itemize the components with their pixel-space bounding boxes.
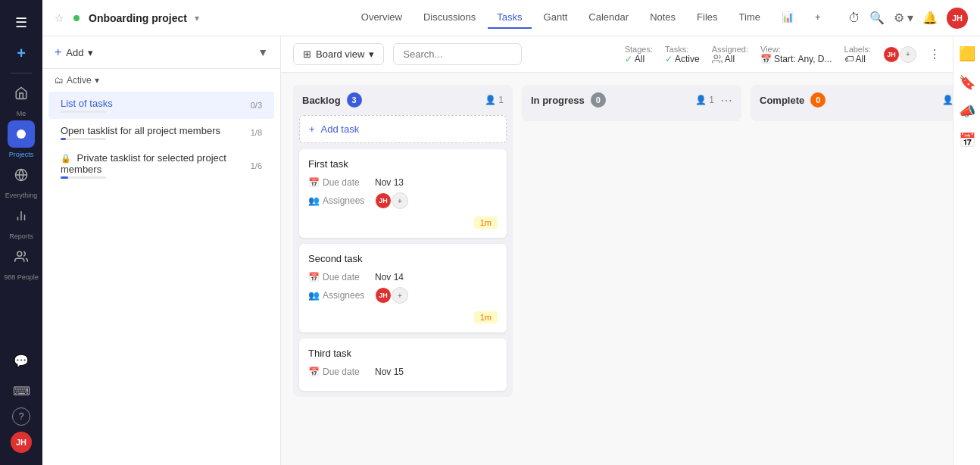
icon-sidebar: ☰ + Me Projects Everything Reports 988 P… (0, 0, 42, 465)
project-chevron-icon[interactable]: ▾ (195, 13, 199, 23)
tasks-value: ✓ Active (665, 54, 700, 64)
add-assignee-icon[interactable]: + (392, 287, 408, 304)
nav-add-icon[interactable]: + (806, 7, 830, 29)
assignees-icon: 👥 (308, 195, 320, 206)
task-card[interactable]: Second task 📅 Due date Nov 14 👥 (299, 244, 507, 332)
megaphone-icon[interactable]: 📣 (959, 103, 975, 120)
column-people-icon: 👤 1 (485, 95, 504, 105)
filter-view[interactable]: View: 📅 Start: Any, D... (760, 45, 832, 64)
add-global-icon[interactable]: + (8, 39, 35, 67)
sidebar-divider (11, 73, 32, 73)
nav-discussions[interactable]: Discussions (414, 7, 485, 29)
nav-gantt[interactable]: Gantt (535, 7, 577, 29)
column-in-progress-badge: 0 (591, 92, 606, 108)
star-icon[interactable]: ☆ (55, 12, 64, 24)
people-label: 988 People (4, 273, 39, 281)
nav-time[interactable]: Time (730, 7, 769, 29)
home-icon[interactable] (8, 80, 35, 107)
reports-icon[interactable] (8, 202, 35, 229)
column-complete-body (751, 115, 953, 121)
user-avatar[interactable]: JH (8, 429, 35, 456)
column-backlog-badge: 3 (347, 92, 362, 108)
add-task-label: Add task (321, 123, 360, 135)
column-complete-badge: 0 (810, 92, 826, 108)
home-label: Me (17, 110, 27, 117)
column-in-progress: In progress 0 👤 1 ⋯ (522, 85, 741, 121)
clock-icon[interactable]: ⏱ (848, 11, 860, 25)
menu-icon[interactable]: ☰ (8, 9, 35, 36)
board-view-chevron: ▾ (369, 48, 374, 60)
add-assignee-icon[interactable]: + (392, 192, 408, 209)
task-card[interactable]: Third task 📅 Due date Nov 15 (299, 339, 507, 391)
add-button[interactable]: + Add ▾ (55, 45, 93, 59)
settings-icon[interactable]: ⚙ ▾ (894, 11, 913, 25)
tasklist-item[interactable]: List of tasks 0/3 (48, 92, 274, 119)
active-section[interactable]: 🗂 Active ▾ (42, 69, 280, 92)
board-columns: Backlog 3 👤 1 + Add task First task (281, 73, 953, 465)
bell-icon[interactable]: 🔔 (922, 11, 938, 25)
assignee-more-icon[interactable]: + (900, 46, 916, 63)
due-date-label: 📅 Due date (308, 367, 369, 377)
board-toolbar: ⊞ Board view ▾ Stages: ✓ All Tasks: (281, 36, 953, 73)
add-task-button[interactable]: + Add task (299, 115, 507, 143)
svg-point-7 (714, 55, 718, 58)
add-label: Add (66, 47, 83, 58)
yellow-note-icon[interactable]: 🟨 (959, 45, 975, 62)
column-backlog-title: Backlog (302, 95, 341, 106)
user-avatar-top[interactable]: JH (947, 8, 968, 29)
project-name[interactable]: Onboarding project (89, 12, 187, 24)
people-icon[interactable] (8, 243, 35, 270)
tasklist-count: 1/6 (251, 161, 262, 170)
stages-label: Stages: (625, 45, 653, 54)
filter-icon[interactable]: ▼ (257, 46, 268, 58)
assigned-value: All (712, 54, 748, 64)
column-header-right: 👤 1 (485, 95, 504, 105)
board-view-button[interactable]: ⊞ Board view ▾ (293, 43, 384, 65)
due-date-value: Nov 14 (375, 272, 404, 282)
column-complete: Complete 0 👤 1 (751, 85, 953, 121)
projects-icon[interactable] (8, 120, 35, 148)
blue-bookmark-icon[interactable]: 🔖 (959, 74, 975, 91)
column-complete-header: Complete 0 👤 1 (751, 85, 953, 115)
column-more-icon[interactable]: ⋯ (720, 93, 732, 108)
task-title: First task (308, 158, 498, 170)
chat-icon[interactable]: 💬 (8, 347, 35, 374)
help-icon[interactable]: ? (12, 407, 30, 426)
people-filter-icon (712, 54, 723, 64)
filter-stages[interactable]: Stages: ✓ All (625, 45, 653, 64)
everything-icon[interactable] (8, 161, 35, 189)
view-value: 📅 Start: Any, D... (760, 54, 832, 64)
assignee-avatar: JH (883, 46, 900, 63)
nav-files[interactable]: Files (688, 7, 726, 29)
assigned-label: Assigned: (712, 45, 748, 54)
tasklist-item[interactable]: 🔒 Private tasklist for selected project … (48, 146, 274, 185)
column-backlog-header: Backlog 3 👤 1 (293, 85, 513, 115)
search-input[interactable] (393, 43, 522, 65)
tasklist-count: 0/3 (251, 101, 262, 110)
nav-calendar[interactable]: Calendar (579, 7, 638, 29)
column-in-progress-title: In progress (531, 95, 585, 106)
column-in-progress-right: 👤 1 ⋯ (695, 93, 732, 108)
assignees-label: 👥 Assignees (308, 195, 369, 206)
right-sidebar: 🟨 🔖 📣 📅 (953, 36, 980, 465)
reports-label: Reports (9, 232, 33, 240)
nav-chart-icon[interactable]: 📊 (772, 7, 803, 29)
tasklist-item[interactable]: Open tasklist for all project members 1/… (48, 119, 274, 146)
task-due-date-row: 📅 Due date Nov 13 (308, 177, 498, 188)
filter-tasks[interactable]: Tasks: ✓ Active (665, 45, 700, 64)
more-options-icon[interactable]: ⋮ (929, 47, 941, 61)
filter-assigned[interactable]: Assigned: All (712, 45, 748, 64)
task-card[interactable]: First task 📅 Due date Nov 13 👥 (299, 149, 507, 238)
nav-overview[interactable]: Overview (352, 7, 411, 29)
search-icon[interactable]: 🔍 (869, 11, 885, 25)
nav-tasks[interactable]: Tasks (488, 7, 531, 29)
assignees-icon: 👥 (308, 290, 320, 301)
column-people-icon: 👤 1 (695, 95, 714, 105)
top-nav: ☆ Onboarding project ▾ Overview Discussi… (42, 0, 980, 36)
nav-notes[interactable]: Notes (641, 7, 685, 29)
keyboard-icon[interactable]: ⌨ (8, 377, 35, 404)
column-backlog-body: First task 📅 Due date Nov 13 👥 (293, 149, 513, 397)
filter-labels[interactable]: Labels: 🏷 All (844, 45, 871, 64)
assignee-avatars: JH + (375, 287, 408, 304)
calendar-sidebar-icon[interactable]: 📅 (959, 132, 975, 148)
